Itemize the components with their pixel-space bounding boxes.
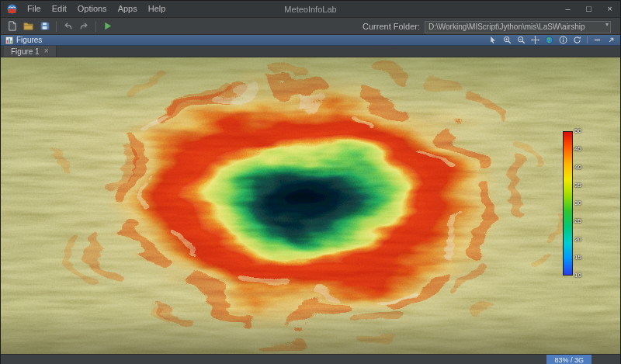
figures-panel-icon	[5, 36, 13, 44]
meteoinfolab-window: File Edit Options Apps Help MeteoInfoLab…	[0, 0, 621, 364]
select-icon	[489, 36, 498, 44]
new-script-icon	[6, 20, 18, 32]
zoom-in-button[interactable]	[503, 36, 512, 44]
full-extent-globe-icon	[545, 36, 553, 44]
new-script-button[interactable]	[4, 19, 20, 33]
colorbar-tick-label: 45	[574, 146, 581, 152]
window-controls: – □ ×	[557, 1, 620, 17]
close-window-icon[interactable]: ×	[599, 1, 620, 17]
colorbar-tick-label: 30	[574, 200, 581, 206]
figure-area: 504540353025201510	[1, 57, 620, 354]
pan-button[interactable]	[531, 36, 539, 44]
toolbar-separator	[56, 21, 57, 32]
pan-icon	[531, 36, 539, 44]
colorbar-tick-label: 20	[574, 237, 581, 243]
colorbar-gradient	[563, 131, 573, 276]
figures-panel-title: Figures	[16, 36, 42, 44]
select-tool-button[interactable]	[489, 36, 498, 44]
figure-canvas[interactable]	[1, 57, 620, 354]
figure-tab-bar: Figure 1 ×	[1, 46, 620, 57]
redo-icon	[78, 20, 90, 32]
rotate-icon	[573, 36, 581, 44]
colorbar-tick-label: 10	[574, 272, 581, 279]
full-extent-button[interactable]	[545, 36, 553, 44]
float-icon	[607, 36, 616, 44]
zoom-out-icon	[517, 36, 526, 44]
figures-toolbar	[489, 36, 616, 44]
current-folder-combo: ▾	[425, 19, 611, 33]
titlebar: File Edit Options Apps Help MeteoInfoLab…	[1, 1, 620, 18]
minimize-panel-button[interactable]	[593, 36, 602, 44]
status-bar: 83% / 3G	[1, 354, 620, 364]
colorbar-labels: 504540353025201510	[574, 128, 581, 279]
zoom-out-button[interactable]	[517, 36, 526, 44]
current-folder-input[interactable]	[425, 21, 611, 33]
current-folder-label: Current Folder:	[363, 22, 425, 31]
undo-icon	[62, 20, 74, 32]
colorbar-tick-label: 25	[574, 218, 581, 224]
menu-help[interactable]: Help	[143, 1, 172, 17]
menu-apps[interactable]: Apps	[113, 1, 143, 17]
memory-indicator[interactable]: 83% / 3G	[546, 355, 592, 364]
maximize-window-icon[interactable]: □	[578, 1, 599, 17]
menubar: File Edit Options Apps Help	[22, 1, 171, 17]
undo-button[interactable]	[60, 19, 76, 33]
minimize-window-icon[interactable]: –	[557, 1, 578, 17]
menu-edit[interactable]: Edit	[47, 1, 72, 17]
figures-panel-header[interactable]: Figures	[1, 35, 620, 46]
figures-toolbar-separator	[587, 36, 588, 43]
open-file-icon	[23, 20, 34, 32]
float-panel-button[interactable]	[607, 36, 616, 44]
toolbar-separator	[95, 21, 96, 32]
main-toolbar: Current Folder: ▾	[1, 18, 620, 35]
window-title: MeteoInfoLab	[284, 5, 336, 14]
minimize-icon	[593, 36, 602, 44]
run-button[interactable]	[99, 19, 116, 33]
identify-button[interactable]	[559, 36, 567, 44]
menu-options[interactable]: Options	[72, 1, 113, 17]
tab-label: Figure 1	[11, 47, 40, 56]
colorbar-tick-label: 35	[574, 182, 581, 189]
colorbar: 504540353025201510	[563, 131, 581, 276]
identify-icon	[559, 36, 567, 44]
save-icon	[39, 20, 50, 32]
tab-figure-1[interactable]: Figure 1 ×	[4, 46, 57, 57]
colorbar-tick-label: 15	[574, 255, 581, 261]
menu-file[interactable]: File	[22, 1, 47, 17]
run-icon	[102, 20, 113, 32]
colorbar-tick-label: 40	[574, 165, 581, 171]
zoom-in-icon	[503, 36, 512, 44]
redo-button[interactable]	[76, 19, 92, 33]
app-icon	[7, 4, 17, 14]
rotate-button[interactable]	[573, 36, 581, 44]
colorbar-tick-label: 50	[574, 128, 581, 134]
tab-close-icon[interactable]: ×	[44, 47, 49, 55]
save-button[interactable]	[36, 19, 53, 33]
open-file-button[interactable]	[20, 19, 36, 33]
